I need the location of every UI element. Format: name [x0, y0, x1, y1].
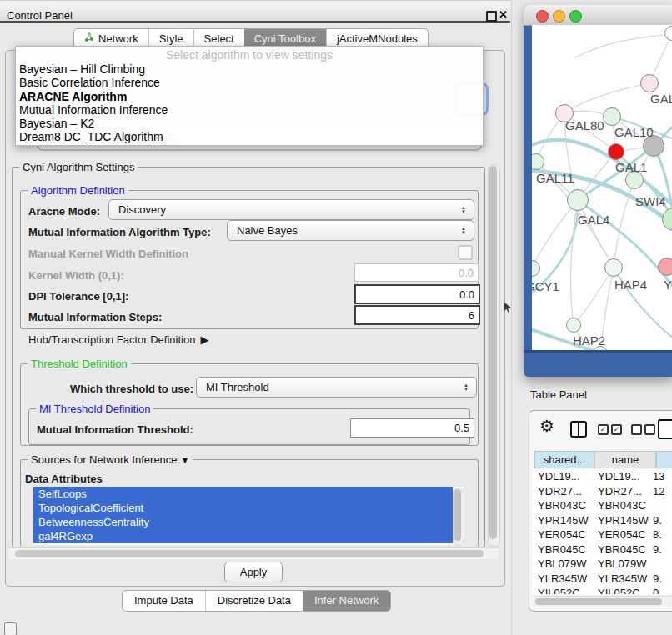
table-cell: YPR145W — [598, 513, 649, 528]
table-horizontal-scrollbar[interactable] — [533, 596, 672, 607]
which-threshold-label: Which threshold to use: — [70, 382, 193, 395]
attribute-list-item[interactable]: gal4RGexp — [33, 529, 453, 543]
aracne-mode-select[interactable]: Discovery ▲▼ — [108, 199, 474, 220]
dropdown-option[interactable]: Basic Correlation Inference — [16, 76, 483, 89]
table-cell: YDR27... — [538, 484, 582, 499]
network-node[interactable] — [608, 143, 624, 160]
hub-definition-label: Hub/Transcription Factor Definition — [28, 333, 195, 346]
attributes-scrollbar[interactable] — [453, 488, 464, 546]
tab-label: Network — [98, 32, 138, 45]
table-cell: YDL19... — [538, 469, 580, 484]
select-all-icon[interactable]: ✓ — [611, 424, 622, 435]
table-row[interactable]: YBR045CYBR045C9. — [533, 542, 672, 558]
hub-definition-toggle[interactable]: Hub/Transcription Factor Definition▶ — [28, 333, 208, 346]
tab-infer-network[interactable]: Infer Network — [303, 591, 390, 611]
dropdown-option[interactable]: Mutual Information Inference — [16, 103, 483, 117]
sources-title: Sources for Network Inference — [31, 453, 178, 466]
chevron-down-icon[interactable]: ▼ — [181, 455, 190, 465]
apply-button[interactable]: Apply — [224, 562, 283, 582]
node-label: Y — [664, 278, 672, 292]
mi-type-value: Naive Bayes — [228, 224, 457, 237]
network-node[interactable] — [603, 108, 621, 126]
dropdown-option[interactable]: ARACNE Algorithm — [16, 90, 483, 103]
horizontal-scrollbar-thumb[interactable] — [15, 550, 484, 558]
select-all-icon[interactable]: ✓ — [598, 424, 609, 435]
close-traffic-light-icon[interactable] — [536, 10, 549, 22]
attribute-list-item[interactable]: SelfLoops — [33, 487, 453, 501]
deselect-all-icon[interactable] — [631, 424, 642, 435]
table-cell: YBR045C — [598, 542, 646, 558]
network-node[interactable] — [640, 74, 659, 92]
dropdown-option[interactable]: Bayesian – K2 — [16, 117, 483, 130]
table-cell: 13 — [653, 469, 664, 484]
table-row[interactable]: YLR345WYLR345W9. — [533, 572, 672, 587]
table-cell: 0. — [653, 586, 662, 594]
settings-scrollbar-thumb[interactable] — [489, 166, 497, 539]
network-node[interactable] — [567, 189, 589, 211]
table-cell: YBR045C — [538, 542, 586, 558]
data-attributes-label: Data Attributes — [25, 472, 103, 485]
network-node[interactable] — [604, 258, 623, 277]
node-label: GAL80 — [565, 118, 604, 132]
network-view-window: GALGAL80GAL10GAL1GAL11SWI4GAL4GCY1HAP4YH… — [524, 5, 672, 377]
group-title: MI Threshold Definition — [36, 402, 153, 415]
aracne-mode-label: Aracne Mode: — [28, 205, 100, 218]
dropdown-hint: Select algorithm to view settings — [16, 47, 483, 62]
mi-threshold-field[interactable]: 0.5 — [350, 418, 474, 438]
close-icon[interactable]: ✕ — [499, 8, 508, 21]
dropdown-option[interactable]: Dream8 DC_TDC Algorithm — [16, 130, 483, 143]
horizontal-scrollbar[interactable] — [8, 548, 499, 559]
table-cell: YBR043C — [598, 498, 646, 513]
threshold-select[interactable]: MI Threshold ▲▼ — [196, 377, 477, 398]
column-header[interactable] — [656, 451, 672, 468]
table-scrollbar-thumb[interactable] — [535, 598, 662, 605]
table-cell: 9. — [653, 572, 662, 587]
table-cell: YBR043C — [538, 498, 586, 513]
new-table-icon[interactable] — [658, 419, 672, 439]
gear-icon[interactable]: ⚙ — [539, 416, 554, 436]
attributes-scrollbar-thumb[interactable] — [454, 489, 461, 541]
manual-kernel-checkbox[interactable] — [458, 245, 473, 260]
deselect-all-icon[interactable] — [644, 424, 655, 435]
group-title: Cyni Algorithm Settings — [19, 161, 138, 173]
dpi-tolerance-field[interactable]: 0.0 — [354, 284, 480, 304]
network-canvas[interactable]: GALGAL80GAL10GAL1GAL11SWI4GAL4GCY1HAP4YH… — [532, 25, 672, 350]
mi-type-label: Mutual Information Algorithm Type: — [28, 226, 211, 238]
attribute-list-item[interactable]: BetweennessCentrality — [33, 515, 453, 529]
network-node[interactable] — [566, 318, 581, 332]
split-columns-icon[interactable] — [570, 421, 587, 438]
table-row[interactable]: YER054CYER054C8. — [533, 528, 672, 542]
table-row[interactable]: YDL19...YDL19...13 — [533, 469, 672, 484]
panel-title: Control Panel — [7, 9, 73, 22]
node-label: GAL4 — [578, 212, 609, 227]
collapsed-panel-icon[interactable] — [4, 622, 17, 635]
column-header[interactable]: name — [594, 451, 656, 468]
mi-type-select[interactable]: Naive Bayes ▲▼ — [227, 220, 474, 241]
table-row[interactable]: YDR27...YDR27...12 — [533, 484, 672, 499]
node-label: GAL10 — [614, 125, 654, 139]
mi-steps-field[interactable]: 6 — [354, 305, 480, 325]
settings-scrollbar[interactable] — [488, 164, 500, 547]
table-panel: ⚙ ✓ ✓ shared...name YDL19...YDL19...13YD… — [529, 410, 672, 612]
table-row[interactable]: YPR145WYPR145W9. — [533, 513, 672, 528]
data-attributes-list: SelfLoopsTopologicalCoefficientBetweenne… — [33, 487, 464, 545]
float-window-icon[interactable] — [486, 11, 497, 22]
attribute-list-item[interactable]: TopologicalCoefficient — [33, 501, 453, 515]
table-row[interactable]: YBL079WYBL079W — [533, 557, 672, 572]
kernel-width-field[interactable]: 0.0 — [354, 263, 479, 282]
tab-impute-data[interactable]: Impute Data — [123, 591, 205, 611]
minimize-traffic-light-icon[interactable] — [553, 10, 565, 22]
column-header[interactable]: shared... — [534, 451, 594, 468]
table-cell: YDR27... — [598, 484, 642, 499]
network-node[interactable] — [658, 258, 672, 276]
table-cell: YDL19... — [598, 469, 640, 484]
table-cell: 9. — [653, 513, 662, 528]
zoom-traffic-light-icon[interactable] — [569, 10, 582, 22]
table-cell: YER054C — [538, 528, 586, 542]
table-row[interactable]: YIL052CYIL052C0. — [533, 586, 672, 594]
tab-discretize-data[interactable]: Discretize Data — [205, 591, 303, 611]
dropdown-option[interactable]: Bayesian – Hill Climbing — [16, 62, 483, 76]
table-row[interactable]: YBR043CYBR043C — [533, 498, 672, 513]
tab-label: jActiveMNodules — [337, 32, 418, 45]
chevron-right-icon: ▶ — [200, 333, 208, 346]
